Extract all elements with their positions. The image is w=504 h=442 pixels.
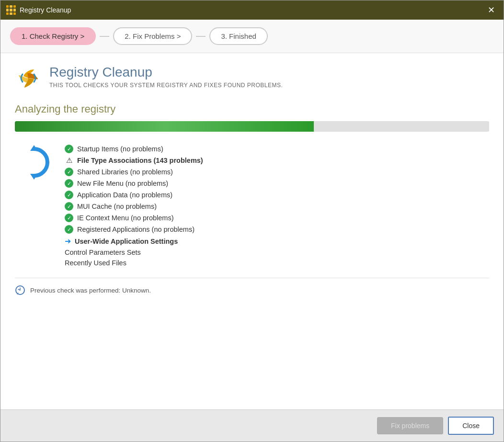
title-bar: Registry Cleanup ✕ (0, 0, 504, 20)
list-item: ✓ Shared Libraries (no problems) (65, 166, 489, 178)
step-connector-2 (196, 36, 206, 37)
results-list: ✓ Startup Items (no problems) ⚠ File Typ… (65, 143, 489, 268)
app-logo-icon (15, 65, 42, 91)
fix-problems-button[interactable]: Fix problems (377, 417, 443, 434)
step-3[interactable]: 3. Finished (209, 27, 267, 45)
check-icon: ✓ (65, 191, 73, 199)
content-area: Registry Cleanup THIS TOOL CHECKS YOUR S… (0, 53, 504, 409)
list-item: ✓ Application Data (no problems) (65, 189, 489, 201)
list-item: ✓ MUI Cache (no problems) (65, 201, 489, 212)
check-icon: ✓ (65, 179, 73, 188)
bottom-bar: Fix problems Close (0, 409, 504, 442)
sub-list-item: Control Parameters Sets (65, 247, 489, 258)
header-section: Registry Cleanup THIS TOOL CHECKS YOUR S… (15, 65, 489, 91)
app-icon-small (6, 5, 16, 15)
header-texts: Registry Cleanup THIS TOOL CHECKS YOUR S… (49, 65, 283, 89)
progress-bar-container (15, 121, 489, 132)
sub-list-item: Recently Used Files (65, 258, 489, 268)
check-icon: ✓ (65, 202, 73, 211)
check-icon: ✓ (65, 225, 73, 234)
window-close-button[interactable]: ✕ (484, 3, 498, 17)
arrow-icon: ➜ (65, 237, 71, 246)
list-item: ⚠ File Type Associations (143 problems) (65, 155, 489, 166)
step-2[interactable]: 2. Fix Problems > (113, 27, 192, 45)
scan-area: ✓ Startup Items (no problems) ⚠ File Typ… (15, 143, 489, 268)
list-item-current: ➜ User-Wide Application Settings (65, 235, 489, 247)
footer-info: Previous check was performed: Unknown. (15, 278, 489, 295)
steps-bar: 1. Check Registry > 2. Fix Problems > 3.… (0, 20, 504, 53)
close-button[interactable]: Close (448, 417, 494, 435)
step-1[interactable]: 1. Check Registry > (10, 27, 96, 45)
list-item: ✓ Registered Applications (no problems) (65, 224, 489, 235)
analyzing-title: Analyzing the registry (15, 103, 489, 115)
check-icon: ✓ (65, 168, 73, 176)
list-item: ✓ Startup Items (no problems) (65, 143, 489, 155)
window-title: Registry Cleanup (20, 6, 71, 14)
scan-spin-icon (15, 143, 53, 181)
clock-icon (15, 285, 25, 295)
main-window: Registry Cleanup ✕ 1. Check Registry > 2… (0, 0, 504, 442)
check-icon: ✓ (65, 145, 73, 153)
progress-bar-fill (15, 121, 314, 132)
title-bar-left: Registry Cleanup (6, 5, 71, 15)
app-title: Registry Cleanup (49, 65, 283, 80)
check-icon: ✓ (65, 214, 73, 222)
previous-check-text: Previous check was performed: Unknown. (30, 287, 151, 294)
list-item: ✓ IE Context Menu (no problems) (65, 212, 489, 224)
list-item: ✓ New File Menu (no problems) (65, 178, 489, 189)
app-subtitle: THIS TOOL CHECKS YOUR SYSTEM REGISTRY AN… (49, 82, 283, 89)
warning-icon: ⚠ (65, 156, 73, 165)
step-connector-1 (100, 36, 109, 37)
